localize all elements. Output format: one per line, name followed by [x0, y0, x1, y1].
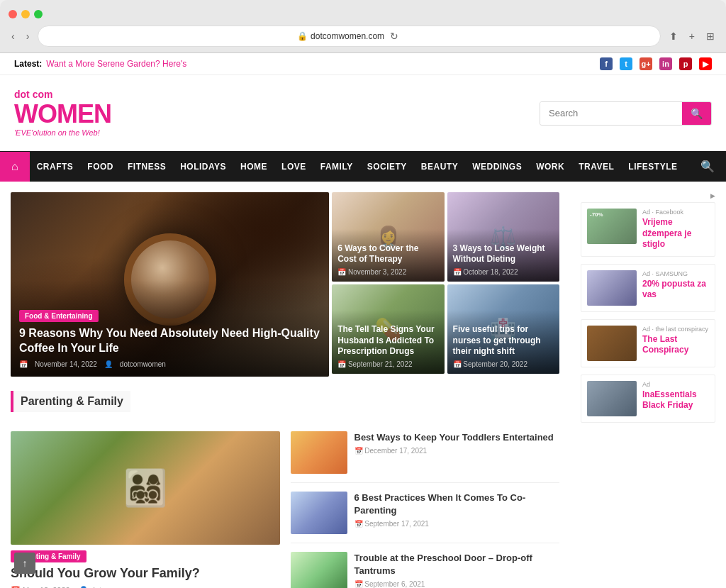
logo-tagline: 'EVE'olution on the Web! [14, 128, 111, 137]
youtube-icon[interactable]: ▶ [699, 57, 712, 70]
hero-grid: Food & Entertaining 9 Reasons Why You Ne… [11, 192, 559, 377]
reload-button[interactable]: ↻ [387, 29, 401, 43]
ad-label-text-3: Ad [642, 381, 650, 388]
nav-item-fitness[interactable]: FITNESS [121, 153, 173, 180]
hero-main-article[interactable]: Food & Entertaining 9 Reasons Why You Ne… [11, 192, 329, 377]
twitter-icon[interactable]: t [620, 57, 632, 70]
nav-item-food[interactable]: FOOD [80, 153, 121, 180]
ad-thumb-0: -70% [587, 209, 637, 244]
url-bar[interactable]: 🔒 dotcomwomen.com ↻ [38, 26, 660, 47]
ad-item-0[interactable]: -70% Ad · Facebook Vrijeme džempera je s… [581, 202, 715, 257]
list-item[interactable]: Best Ways to Keep Your Toddlers Entertai… [291, 431, 560, 483]
hero-side-article-1[interactable]: ⚖️ 3 Ways to Lose Weight Without Dieting… [447, 192, 559, 282]
ad-thumb-2 [587, 326, 637, 361]
hero-side-title-3: Five useful tips for nurses to get throu… [453, 324, 554, 357]
url-bar-actions: ⬆ + ⊞ [666, 29, 717, 43]
browser-toolbar: ‹ › 🔒 dotcomwomen.com ↻ ⬆ + ⊞ [9, 23, 717, 52]
tabs-button[interactable]: ⊞ [703, 29, 717, 43]
article-list-title-2: Trouble at the Preschool Door – Drop-off… [354, 552, 560, 577]
ad-info-0: Ad · Facebook Vrijeme džempera je stiglo [642, 209, 709, 250]
article-list: Best Ways to Keep Your Toddlers Entertai… [291, 431, 560, 588]
article-info-1: 6 Best Practices When It Comes To Co-Par… [354, 492, 560, 534]
hero-side-meta-3: 📅 September 20, 2022 [453, 360, 554, 368]
article-list-title-1: 6 Best Practices When It Comes To Co-Par… [354, 492, 560, 517]
googleplus-icon[interactable]: g+ [640, 57, 652, 70]
parenting-main-image: 👨‍👩‍👧‍👦 [11, 431, 280, 545]
main-nav: ⌂ CRAFTS FOOD FITNESS HOLIDAYS HOME LOVE… [0, 151, 726, 182]
instagram-icon[interactable]: in [659, 57, 672, 70]
new-tab-button[interactable]: + [686, 29, 698, 43]
search-input[interactable] [540, 102, 682, 124]
family-illustration: 👨‍👩‍👧‍👦 [123, 467, 167, 509]
hero-side-meta-0: 📅 November 3, 2022 [337, 268, 438, 276]
facebook-icon[interactable]: f [600, 57, 613, 70]
hero-side-article-2[interactable]: 💊 The Tell Tale Signs Your Husband Is Ad… [332, 284, 444, 374]
ad-title-2: The Last Conspiracy [642, 334, 709, 356]
ad-label-1: Ad · SAMSUNG [642, 270, 709, 277]
ad-title-0: Vrijeme džempera je stiglo [642, 217, 709, 250]
list-item[interactable]: Trouble at the Preschool Door – Drop-off… [291, 552, 560, 588]
pinterest-icon[interactable]: p [679, 57, 692, 70]
hero-main-overlay: Food & Entertaining 9 Reasons Why You Ne… [11, 280, 329, 377]
forward-button[interactable]: › [23, 29, 33, 43]
hero-main-image: Food & Entertaining 9 Reasons Why You Ne… [11, 192, 329, 377]
nav-item-love[interactable]: LOVE [274, 153, 313, 180]
list-item[interactable]: 6 Best Practices When It Comes To Co-Par… [291, 492, 560, 543]
nav-item-society[interactable]: SOCIETY [360, 153, 414, 180]
search-button[interactable]: 🔍 [682, 102, 711, 125]
maximize-dot[interactable] [34, 10, 43, 18]
article-thumb-2 [291, 552, 347, 588]
close-dot[interactable] [9, 10, 17, 18]
nav-item-family[interactable]: FAMILY [313, 153, 360, 180]
article-thumb-1 [291, 492, 347, 534]
nav-item-crafts[interactable]: CRAFTS [30, 153, 81, 180]
hero-main-title: 9 Reasons Why You Need Absolutely Need H… [19, 326, 320, 356]
top-bar: Latest: Want a More Serene Garden? Here'… [0, 53, 726, 75]
hero-main-date: November 14, 2022 [35, 360, 97, 368]
parenting-main-title: Should You Grow Your Family? [11, 565, 280, 582]
nav-item-work[interactable]: WORK [529, 153, 571, 180]
hero-side-meta-1: 📅 October 18, 2022 [453, 268, 554, 276]
share-button[interactable]: ⬆ [666, 29, 681, 43]
hero-side-grid: 👩‍⚕️ 6 Ways to Cover the Cost of Therapy… [332, 192, 559, 374]
article-thumb-0 [291, 431, 347, 474]
url-text: dotcomwomen.com [311, 31, 384, 41]
content-area: Food & Entertaining 9 Reasons Why You Ne… [0, 182, 570, 588]
hero-side-meta-2: 📅 September 21, 2022 [337, 360, 438, 368]
article-list-meta-1: 📅 September 17, 2021 [354, 520, 560, 528]
browser-dots [9, 6, 717, 23]
nav-item-beauty[interactable]: BEAUTY [414, 153, 465, 180]
back-button[interactable]: ‹ [9, 29, 18, 43]
nav-item-weddings[interactable]: WEDDINGS [465, 153, 529, 180]
latest-link[interactable]: Want a More Serene Garden? Here's [46, 59, 186, 69]
logo-women: WOMEN [14, 100, 111, 128]
latest-label: Latest: [14, 59, 42, 69]
parenting-main-article[interactable]: 👨‍👩‍👧‍👦 Parenting & Family Should You Gr… [11, 431, 280, 588]
nav-item-travel[interactable]: TRAVEL [571, 153, 621, 180]
ad-thumb-1 [587, 270, 637, 306]
hero-main-author: dotcomwomen [120, 360, 166, 368]
nav-item-lifestyle[interactable]: LIFESTYLE [621, 153, 684, 180]
nav-search-icon[interactable]: 🔍 [689, 151, 726, 182]
hero-side-article-3[interactable]: 🏥 Five useful tips for nurses to get thr… [447, 284, 559, 374]
browser-chrome: ‹ › 🔒 dotcomwomen.com ↻ ⬆ + ⊞ [0, 0, 726, 53]
parenting-section-header: Parenting & Family [11, 391, 559, 423]
author-icon: 👤 [104, 360, 113, 368]
search-box: 🔍 [540, 101, 712, 126]
ad-item-3[interactable]: Ad InaEssentials Black Friday [581, 375, 715, 423]
hero-side-title-0: 6 Ways to Cover the Cost of Therapy [337, 243, 438, 265]
hero-side-article-0[interactable]: 👩‍⚕️ 6 Ways to Cover the Cost of Therapy… [332, 192, 444, 282]
ad-item-1[interactable]: Ad · SAMSUNG 20% popusta za vas [581, 264, 715, 312]
nav-item-holidays[interactable]: HOLIDAYS [173, 153, 233, 180]
ad-label-text-0: Ad · Facebook [642, 209, 683, 216]
ad-marker: ▶ [581, 192, 715, 199]
hero-side-title-2: The Tell Tale Signs Your Husband Is Addi… [337, 324, 438, 357]
minimize-dot[interactable] [21, 10, 30, 18]
article-list-title-0: Best Ways to Keep Your Toddlers Entertai… [354, 431, 560, 444]
ad-info-2: Ad · the last conspiracy The Last Conspi… [642, 326, 709, 356]
ad-label-2: Ad · the last conspiracy [642, 326, 709, 333]
nav-item-home[interactable]: HOME [233, 153, 274, 180]
ad-item-2[interactable]: Ad · the last conspiracy The Last Conspi… [581, 319, 715, 367]
nav-home-button[interactable]: ⌂ [0, 152, 30, 182]
scroll-to-top-button[interactable]: ↑ [14, 553, 35, 574]
